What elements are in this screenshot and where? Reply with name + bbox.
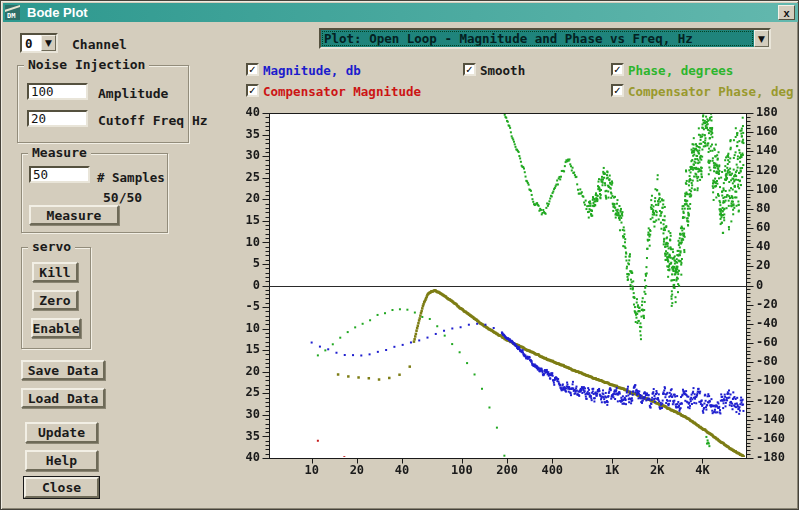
measure-button-label: Measure [47, 208, 102, 223]
close-button-ring: Close [23, 476, 100, 499]
samples-label: # Samples [97, 170, 165, 185]
bode-plot-window: DM Bode Plot x 0 ▼ Channel Plot: Open Lo… [0, 0, 799, 510]
cutoff-freq-label: Cutoff Freq Hz [98, 113, 208, 128]
channel-label: Channel [72, 37, 127, 52]
noise-injection-title: Noise Injection [24, 57, 149, 72]
zero-button-label: Zero [39, 293, 70, 308]
kill-button[interactable]: Kill [32, 262, 78, 282]
chevron-down-icon: ▼ [45, 38, 52, 48]
compensator-phase-checkbox-label: Compensator Phase, deg [628, 84, 794, 99]
smooth-checkbox[interactable]: ✓ [463, 63, 476, 76]
check-icon: ✓ [248, 65, 256, 74]
close-button[interactable]: Close [24, 477, 99, 498]
zero-button[interactable]: Zero [32, 290, 78, 310]
channel-value: 0 [22, 35, 41, 51]
amplitude-label: Amplitude [98, 86, 168, 101]
chevron-down-icon: ▼ [758, 34, 765, 44]
phase-checkbox-label: Phase, degrees [628, 63, 733, 78]
help-button-label: Help [46, 453, 77, 468]
phase-checkbox[interactable]: ✓ [611, 63, 624, 76]
noise-injection-group: Noise Injection [17, 65, 189, 143]
plot-type-dropdown-arrow-icon[interactable]: ▼ [754, 30, 769, 47]
compensator-phase-checkbox[interactable]: ✓ [611, 84, 624, 97]
measure-button[interactable]: Measure [29, 205, 119, 225]
app-icon: DM [5, 5, 20, 20]
plot-type-value: Plot: Open Loop - Magnitude and Phase vs… [321, 30, 754, 47]
update-button-label: Update [38, 425, 85, 440]
measure-progress-text: 50/50 [103, 190, 142, 205]
channel-select[interactable]: 0 ▼ [20, 33, 58, 53]
compensator-magnitude-checkbox-label: Compensator Magnitude [263, 84, 421, 99]
magnitude-checkbox-label: Magnitude, db [263, 63, 361, 78]
window-title: Bode Plot [27, 5, 778, 20]
app-icon-text: DM [7, 12, 15, 20]
cutoff-freq-input[interactable] [27, 110, 88, 127]
update-button[interactable]: Update [25, 422, 98, 443]
check-icon: ✓ [613, 86, 621, 95]
smooth-checkbox-label: Smooth [480, 63, 525, 78]
close-icon: x [783, 7, 789, 19]
kill-button-label: Kill [39, 265, 70, 280]
servo-group-title: servo [28, 239, 75, 254]
title-bar[interactable]: DM Bode Plot x [3, 3, 798, 22]
check-icon: ✓ [248, 86, 256, 95]
help-button[interactable]: Help [25, 450, 98, 471]
compensator-magnitude-checkbox[interactable]: ✓ [246, 84, 259, 97]
bode-plot-canvas [246, 106, 799, 481]
titlebar-close-button[interactable]: x [778, 5, 795, 20]
magnitude-checkbox[interactable]: ✓ [246, 63, 259, 76]
samples-input[interactable] [29, 166, 90, 183]
plot-type-select[interactable]: Plot: Open Loop - Magnitude and Phase vs… [319, 28, 771, 49]
measure-group-title: Measure [28, 145, 91, 160]
channel-dropdown-arrow-icon[interactable]: ▼ [41, 35, 56, 51]
save-data-button[interactable]: Save Data [21, 360, 105, 380]
save-data-button-label: Save Data [28, 363, 98, 378]
check-icon: ✓ [465, 65, 473, 74]
enable-button-label: Enable [33, 321, 80, 336]
amplitude-input[interactable] [27, 83, 88, 100]
close-button-label: Close [42, 480, 81, 495]
check-icon: ✓ [613, 65, 621, 74]
enable-button[interactable]: Enable [31, 318, 81, 338]
load-data-button-label: Load Data [28, 391, 98, 406]
load-data-button[interactable]: Load Data [21, 388, 105, 408]
